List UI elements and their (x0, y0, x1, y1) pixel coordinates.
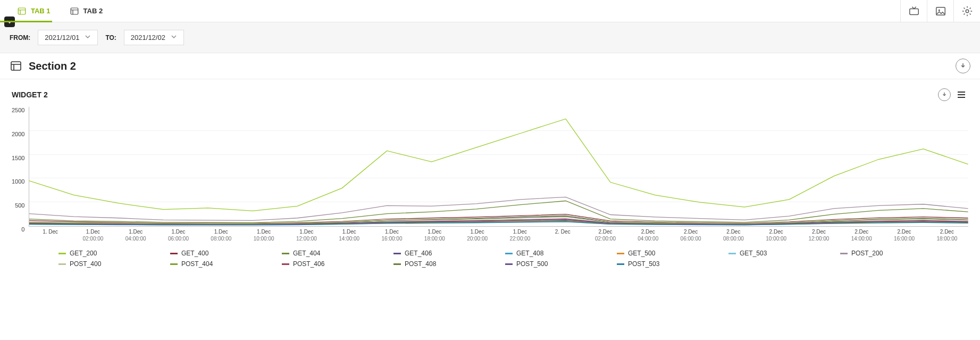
chart: 25002000150010005000 1. Dec1.Dec02:00:00… (0, 104, 980, 242)
x-tick: 2.Dec18:00:00 (926, 229, 968, 242)
legend-swatch (58, 253, 66, 254)
y-axis: 25002000150010005000 (12, 107, 29, 242)
download-icon (941, 92, 948, 98)
y-tick: 1000 (12, 178, 24, 185)
x-tick: 1.Dec02:00:00 (72, 229, 114, 242)
legend-swatch (393, 253, 401, 254)
tab-label: TAB 1 (31, 7, 51, 15)
legend-swatch (840, 253, 848, 254)
legend-item[interactable]: POST_500 (505, 260, 585, 268)
plot-area[interactable] (29, 107, 968, 227)
svg-rect-0 (18, 8, 26, 14)
widget-header: WIDGET 2 (0, 84, 980, 104)
legend-item[interactable]: GET_408 (505, 250, 585, 257)
x-tick: 2.Dec10:00:00 (755, 229, 798, 242)
legend-label: GET_500 (628, 250, 655, 257)
legend-swatch (170, 253, 178, 254)
legend-item[interactable]: POST_406 (282, 260, 362, 268)
x-tick: 2.Dec12:00:00 (798, 229, 840, 242)
legend-item[interactable]: GET_406 (393, 250, 473, 257)
dashboard-icon (17, 6, 27, 16)
legend-item[interactable]: GET_200 (58, 250, 138, 257)
legend-label: POST_400 (70, 260, 101, 268)
svg-point-5 (966, 10, 969, 13)
x-tick: 1.Dec06:00:00 (157, 229, 199, 242)
legend-item[interactable]: GET_404 (282, 250, 362, 257)
svg-rect-1 (71, 8, 78, 14)
legend-swatch (170, 263, 178, 265)
legend-item[interactable]: GET_503 (728, 250, 808, 257)
legend-swatch (617, 263, 624, 265)
legend-item[interactable]: POST_503 (617, 260, 697, 268)
legend-label: GET_400 (181, 250, 208, 257)
gear-icon (961, 5, 973, 17)
x-tick: 1.Dec22:00:00 (499, 229, 541, 242)
x-tick: 2.Dec06:00:00 (669, 229, 712, 242)
x-tick: 2.Dec04:00:00 (627, 229, 669, 242)
chevron-down-icon (171, 34, 177, 42)
svg-rect-2 (909, 9, 918, 14)
tabs: TAB 1 TAB 2 (0, 0, 112, 22)
to-label: TO: (105, 34, 116, 42)
from-date-value: 2021/12/01 (45, 34, 79, 42)
to-date-value: 2021/12/02 (131, 34, 165, 42)
svg-point-4 (938, 9, 940, 11)
widget-download-button[interactable] (937, 88, 951, 102)
chevron-down-icon (85, 34, 91, 42)
y-tick: 1500 (12, 155, 24, 161)
svg-rect-6 (11, 62, 21, 70)
top-actions (900, 0, 980, 22)
legend-label: POST_500 (516, 260, 548, 268)
x-tick: 2.Dec14:00:00 (840, 229, 883, 242)
x-tick: 1. Dec (29, 229, 71, 242)
legend-swatch (393, 263, 401, 265)
legend-label: GET_503 (740, 250, 767, 257)
legend-label: POST_503 (628, 260, 659, 268)
image-export-button[interactable] (927, 0, 953, 22)
legend-swatch (505, 253, 513, 254)
legend-swatch (282, 263, 289, 265)
legend-label: GET_200 (70, 250, 97, 257)
settings-button[interactable] (953, 0, 980, 22)
legend-label: POST_200 (851, 250, 883, 257)
tab-1[interactable]: TAB 1 (7, 0, 60, 22)
x-axis: 1. Dec1.Dec02:00:001.Dec04:00:001.Dec06:… (29, 227, 968, 242)
chart-legend: GET_200GET_400GET_404GET_406GET_408GET_5… (0, 242, 980, 271)
legend-item[interactable]: GET_500 (617, 250, 697, 257)
from-date-picker[interactable]: 2021/12/01 (38, 30, 98, 45)
section-download-button[interactable] (956, 59, 970, 73)
x-tick: 1.Dec08:00:00 (200, 229, 242, 242)
legend-swatch (617, 253, 624, 254)
widget-title: WIDGET 2 (12, 90, 48, 99)
legend-item[interactable]: POST_200 (840, 250, 920, 257)
x-tick: 2.Dec16:00:00 (883, 229, 925, 242)
y-tick: 2500 (12, 107, 24, 113)
filter-bar: FROM: 2021/12/01 TO: 2021/12/02 (0, 22, 980, 53)
x-tick: 1.Dec16:00:00 (371, 229, 413, 242)
x-tick: 1.Dec12:00:00 (285, 229, 328, 242)
svg-rect-3 (936, 7, 945, 15)
x-tick: 1.Dec14:00:00 (328, 229, 371, 242)
to-date-picker[interactable]: 2021/12/02 (124, 30, 184, 45)
legend-label: POST_404 (181, 260, 213, 268)
widget-menu-button[interactable] (954, 88, 968, 102)
x-tick: 2.Dec02:00:00 (584, 229, 626, 242)
legend-item[interactable]: POST_400 (58, 260, 138, 268)
download-icon (959, 62, 967, 70)
tv-mode-button[interactable] (900, 0, 927, 22)
legend-swatch (58, 263, 66, 265)
tab-label: TAB 2 (83, 7, 103, 15)
legend-item[interactable]: POST_408 (393, 260, 473, 268)
x-tick: 1.Dec18:00:00 (413, 229, 456, 242)
menu-icon (957, 90, 966, 99)
legend-swatch (282, 253, 289, 254)
legend-swatch (728, 253, 736, 254)
widget: WIDGET 2 25002000150010005000 1. Dec1.De… (0, 79, 980, 281)
legend-item[interactable]: GET_400 (170, 250, 250, 257)
x-tick: 2.Dec08:00:00 (712, 229, 755, 242)
legend-item[interactable]: POST_404 (170, 260, 250, 268)
legend-label: POST_408 (405, 260, 436, 268)
legend-label: GET_408 (516, 250, 543, 257)
tab-2[interactable]: TAB 2 (60, 0, 113, 22)
legend-label: GET_404 (293, 250, 320, 257)
